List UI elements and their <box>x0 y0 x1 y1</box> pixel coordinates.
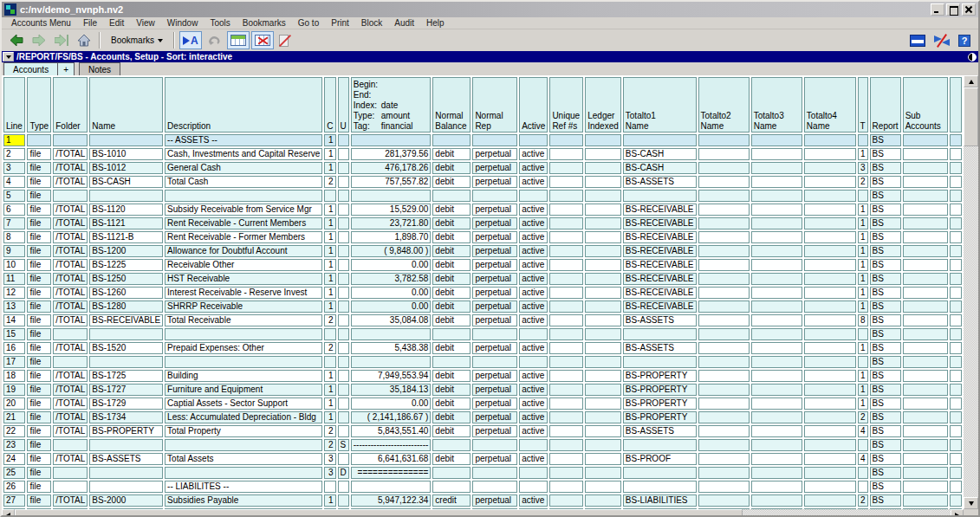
cell-sub_accounts[interactable] <box>903 301 948 313</box>
cell-t[interactable]: 1 <box>858 231 868 243</box>
cell-totalto4[interactable] <box>804 356 856 368</box>
cell-normal_balance[interactable]: debit <box>432 259 471 271</box>
cell-totalto1[interactable]: BS-LIABILITIES <box>623 494 697 507</box>
table-row[interactable]: 13file/TOTALBS-1280SHRRP Receivable10.00… <box>3 301 962 313</box>
cell-unique_ref[interactable] <box>549 231 583 243</box>
cell-normal_rep[interactable]: perpetual <box>472 411 517 423</box>
cell-normal_rep[interactable]: perpetual <box>472 287 517 299</box>
cell-folder[interactable]: /TOTAL <box>53 411 88 423</box>
table-row[interactable]: 20file/TOTALBS-1729Captial Assets - Sect… <box>3 397 962 410</box>
cell-normal_balance[interactable]: debit <box>432 204 471 216</box>
cell-normal_balance[interactable] <box>432 439 471 451</box>
menu-item-help[interactable]: Help <box>420 18 451 28</box>
cell-report[interactable]: BS <box>870 397 901 410</box>
cell-t[interactable] <box>858 190 868 202</box>
menu-item-block[interactable]: Block <box>355 18 388 28</box>
cell-totalto3[interactable] <box>751 439 802 451</box>
cell-report[interactable]: BS <box>870 494 901 507</box>
cell-normal_balance[interactable]: debit <box>432 217 471 229</box>
cell-normal_balance[interactable]: debit <box>432 162 471 174</box>
cell-description[interactable]: Subsidies Payable <box>165 494 322 507</box>
cell-description[interactable]: Interest Receivable - Reserve Invest <box>165 287 322 299</box>
table-row[interactable]: 14file/TOTALBS-RECEIVABLETotal Receivabl… <box>3 314 962 326</box>
cell-totalto1[interactable]: BS-ASSETS <box>623 342 697 354</box>
menu-item-tools[interactable]: Tools <box>204 18 236 28</box>
cell-totalto4[interactable] <box>804 494 856 507</box>
cell-totalto4[interactable] <box>804 245 856 257</box>
cell-unique_ref[interactable] <box>549 204 583 216</box>
cell-t[interactable]: 2 <box>858 494 868 507</box>
cell-name[interactable]: BS-1280 <box>89 301 163 313</box>
menu-item-print[interactable]: Print <box>325 18 355 28</box>
cell-report[interactable]: BS <box>870 425 901 437</box>
cell-description[interactable]: Less: Accumulated Depreciation - Bldg <box>165 411 322 423</box>
cell-c[interactable]: 1 <box>324 397 335 410</box>
cell-c[interactable] <box>324 328 335 340</box>
cell-amount[interactable]: 6,641,631.68 <box>351 453 432 465</box>
cell-totalto1[interactable]: BS-PROPERTY <box>623 411 697 423</box>
cell-description[interactable]: General Cash <box>165 162 322 174</box>
cell-folder[interactable]: /TOTAL <box>53 148 88 160</box>
cell-sub_accounts[interactable] <box>903 287 948 299</box>
insert-row-button[interactable] <box>227 31 250 49</box>
menu-item-edit[interactable]: Edit <box>103 18 130 28</box>
cell-normal_balance[interactable] <box>432 356 471 368</box>
cell-report[interactable]: BS <box>870 190 901 202</box>
cell-unique_ref[interactable] <box>549 314 583 326</box>
cell-sub_accounts[interactable] <box>903 259 948 271</box>
cell-t[interactable]: 1 <box>858 397 868 410</box>
cell-u[interactable] <box>338 217 349 229</box>
cell-t[interactable]: 1 <box>858 370 868 382</box>
cell-description[interactable]: Total Receivable <box>165 314 322 326</box>
cell-normal_rep[interactable]: perpetual <box>472 273 517 285</box>
cell-totalto1[interactable]: BS-RECEIVABLE <box>623 273 697 285</box>
cell-sub_accounts[interactable] <box>903 356 948 368</box>
cell-totalto2[interactable] <box>698 439 750 451</box>
cell-totalto3[interactable] <box>751 273 802 285</box>
cell-name[interactable] <box>89 190 163 202</box>
cell-line[interactable]: 12 <box>3 287 25 299</box>
cell-normal_rep[interactable]: perpetual <box>472 148 517 160</box>
cell-normal_rep[interactable]: perpetual <box>472 314 517 326</box>
cell-type[interactable]: file <box>27 190 51 202</box>
cell-totalto4[interactable] <box>804 287 856 299</box>
cell-amount[interactable]: 35,184.13 <box>351 384 432 396</box>
cell-line[interactable]: 27 <box>3 494 25 507</box>
cell-normal_balance[interactable]: debit <box>432 148 471 160</box>
cell-amount[interactable]: 0.00 <box>351 287 432 299</box>
cell-report[interactable]: BS <box>870 134 901 146</box>
cell-amount[interactable]: 5,843,551.40 <box>351 425 432 437</box>
cell-totalto2[interactable] <box>698 148 750 160</box>
cell-normal_balance[interactable]: debit <box>432 370 471 382</box>
cell-totalto1[interactable] <box>623 134 697 146</box>
cell-amount[interactable] <box>351 481 432 493</box>
table-row[interactable]: 15fileBS <box>3 328 962 340</box>
cell-totalto2[interactable] <box>698 425 750 437</box>
minimize-button[interactable] <box>931 3 944 16</box>
cell-t[interactable]: 4 <box>858 453 868 465</box>
cell-normal_rep[interactable]: perpetual <box>472 245 517 257</box>
cell-active[interactable]: active <box>519 370 548 382</box>
cell-totalto4[interactable] <box>804 342 856 354</box>
cell-c[interactable]: 2 <box>324 342 335 354</box>
cell-folder[interactable]: /TOTAL <box>53 204 88 216</box>
cell-description[interactable]: Cash, Investments and Capital Reserve <box>165 148 322 160</box>
cell-amount[interactable]: 0.00 <box>351 259 432 271</box>
table-row[interactable]: 3file/TOTALBS-1012General Cash1476,178.2… <box>3 162 962 174</box>
cell-report[interactable]: BS <box>870 453 901 465</box>
cell-line[interactable]: 13 <box>3 301 25 313</box>
cell-u[interactable]: S <box>338 439 349 451</box>
cell-totalto3[interactable] <box>751 467 802 479</box>
cell-totalto1[interactable]: BS-RECEIVABLE <box>623 217 697 229</box>
cell-description[interactable] <box>165 356 322 368</box>
cell-line[interactable]: 9 <box>3 245 25 257</box>
cell-type[interactable]: file <box>27 314 51 326</box>
table-row[interactable]: 24file/TOTALBS-ASSETSTotal Assets36,641,… <box>3 453 962 465</box>
cell-type[interactable]: file <box>27 287 51 299</box>
cell-report[interactable]: BS <box>870 301 901 313</box>
table-row[interactable]: 25file3D==============BS <box>3 467 962 479</box>
cell-totalto1[interactable]: BS-PROPERTY <box>623 384 697 396</box>
cell-line[interactable]: 20 <box>3 397 25 410</box>
cell-description[interactable]: Allowance for Doubtful Account <box>165 245 322 257</box>
cell-u[interactable] <box>338 328 349 340</box>
